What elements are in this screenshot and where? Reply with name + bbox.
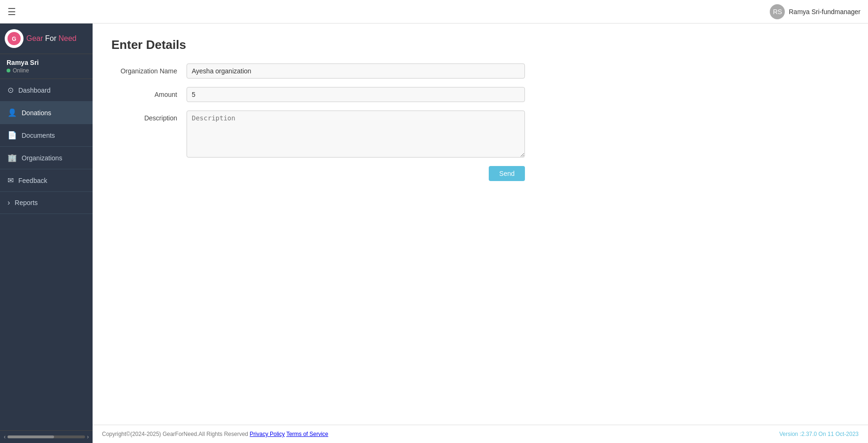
logo-icon: G: [5, 29, 23, 48]
amount-label: Amount: [111, 87, 187, 98]
sidebar-status: Online: [7, 67, 86, 74]
sidebar-item-label: Feedback: [18, 177, 47, 184]
sidebar-item-label: Dashboard: [18, 87, 51, 94]
header-username: Ramya Sri-fundmanager: [789, 8, 860, 16]
sidebar-username: Ramya Sri: [7, 59, 86, 66]
dashboard-icon: ⊙: [8, 86, 14, 95]
sidebar-logo: G Gear For Need: [0, 24, 93, 54]
reports-icon: ›: [8, 198, 10, 207]
layout: G Gear For Need Ramya Sri Online ⊙ Dashb…: [0, 24, 868, 443]
page-title: Enter Details: [111, 38, 849, 52]
status-dot: [7, 69, 10, 72]
scroll-left-arrow[interactable]: ‹: [4, 434, 6, 440]
send-button[interactable]: Send: [489, 166, 525, 181]
footer: Copyright©(2024-2025) GearForNeed.All Ri…: [93, 425, 868, 443]
user-info-header[interactable]: RS Ramya Sri-fundmanager: [770, 4, 860, 19]
description-label: Description: [111, 111, 187, 122]
avatar: RS: [770, 4, 785, 19]
svg-text:G: G: [12, 36, 16, 42]
organizations-icon: 🏢: [8, 153, 17, 162]
sidebar-item-label: Documents: [22, 132, 55, 139]
sidebar-item-label: Organizations: [22, 154, 62, 162]
logo-text: Gear For Need: [26, 34, 77, 43]
sidebar-item-reports[interactable]: › Reports: [0, 192, 93, 214]
sidebar-item-dashboard[interactable]: ⊙ Dashboard: [0, 79, 93, 102]
scroll-track: [8, 435, 85, 438]
sidebar: G Gear For Need Ramya Sri Online ⊙ Dashb…: [0, 24, 93, 443]
terms-link[interactable]: Terms of Service: [286, 431, 328, 437]
page-body: Enter Details Organization Name Amount D…: [93, 24, 868, 425]
sidebar-item-organizations[interactable]: 🏢 Organizations: [0, 147, 93, 169]
amount-group: Amount: [111, 87, 849, 102]
scroll-right-arrow[interactable]: ›: [87, 434, 89, 440]
org-name-label: Organization Name: [111, 63, 187, 75]
description-group: Description: [111, 111, 849, 158]
sidebar-item-donations[interactable]: 👤 Donations: [0, 102, 93, 124]
hamburger-icon[interactable]: ☰: [8, 6, 16, 17]
sidebar-scrollbar: ‹ ›: [0, 430, 93, 443]
sidebar-item-documents[interactable]: 📄 Documents: [0, 124, 93, 147]
copyright-text: Copyright©(2024-2025) GearForNeed.All Ri…: [102, 431, 250, 437]
status-label: Online: [13, 67, 29, 74]
footer-version: Version :2.37.0 On 11 Oct-2023: [779, 431, 859, 437]
feedback-icon: ✉: [8, 176, 14, 185]
documents-icon: 📄: [8, 131, 17, 140]
amount-input[interactable]: [187, 87, 525, 102]
sidebar-user: Ramya Sri Online: [0, 54, 93, 79]
footer-left: Copyright©(2024-2025) GearForNeed.All Ri…: [102, 431, 328, 437]
description-textarea[interactable]: [187, 111, 525, 158]
send-btn-row: Send: [111, 166, 525, 181]
main-content: Enter Details Organization Name Amount D…: [93, 24, 868, 443]
header-left: ☰: [8, 6, 16, 17]
sidebar-item-label: Reports: [15, 199, 38, 206]
sidebar-item-feedback[interactable]: ✉ Feedback: [0, 169, 93, 192]
top-header: ☰ RS Ramya Sri-fundmanager: [0, 0, 868, 24]
privacy-policy-link[interactable]: Privacy Policy: [250, 431, 285, 437]
org-name-group: Organization Name: [111, 63, 849, 79]
org-name-input[interactable]: [187, 63, 525, 79]
sidebar-item-label: Donations: [22, 109, 51, 117]
scroll-thumb: [8, 435, 54, 438]
donations-icon: 👤: [8, 108, 17, 117]
